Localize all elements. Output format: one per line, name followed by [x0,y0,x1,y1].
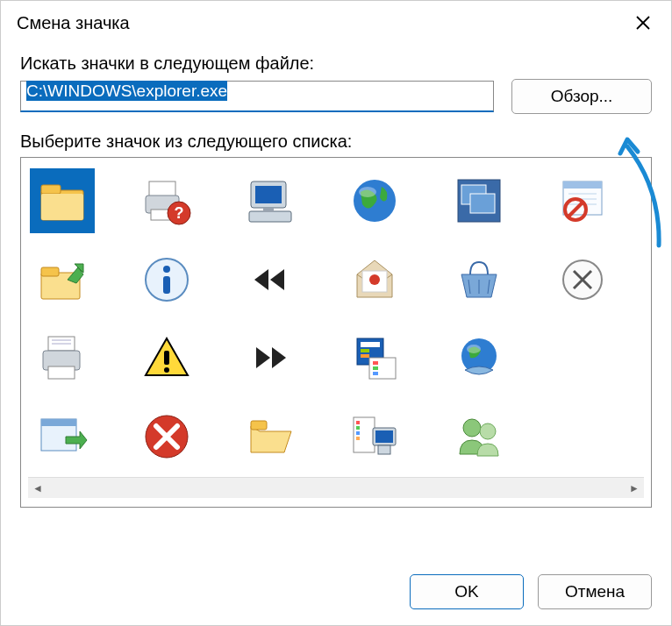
svg-point-29 [163,266,170,273]
svg-rect-20 [563,181,602,189]
icon-item-warning[interactable] [134,325,199,390]
icon-item-close-circle[interactable] [550,247,615,312]
path-input-value: C:\WINDOWS\explorer.exe [26,81,227,101]
svg-rect-63 [356,421,360,424]
globe-network-icon [453,331,505,384]
printer-help-icon: ? [140,174,193,227]
svg-point-45 [164,367,169,373]
eject-window-icon [36,410,89,463]
svg-point-32 [369,274,380,285]
icon-item-empty-2 [550,404,615,469]
mail-open-icon [348,253,401,306]
printer-icon [36,331,89,384]
icon-item-computer-list[interactable] [342,404,407,469]
svg-rect-65 [356,431,360,435]
icon-item-window-blocked[interactable] [550,168,615,233]
svg-rect-68 [375,430,393,443]
svg-rect-4 [41,194,83,220]
close-icon [635,15,651,31]
svg-rect-27 [41,267,59,276]
computer-list-icon [348,410,401,463]
error-icon [140,410,193,463]
browse-button-label: Обзор... [551,87,613,106]
svg-rect-57 [41,419,76,426]
svg-point-70 [463,419,481,437]
icon-item-basket[interactable] [447,247,511,312]
ok-button[interactable]: OK [410,574,524,609]
icon-item-error[interactable] [134,404,199,469]
close-button[interactable] [631,11,655,35]
icon-item-globe-net[interactable] [447,325,511,390]
close-circle-icon [556,253,609,306]
icon-item-empty-1 [550,325,615,390]
svg-rect-30 [163,276,170,294]
icon-item-users[interactable] [447,404,511,469]
cancel-button-label: Отмена [565,582,625,601]
svg-point-55 [467,345,481,353]
svg-rect-3 [41,185,61,194]
svg-text:?: ? [174,204,183,222]
users-icon [453,410,505,463]
icon-item-computer[interactable] [238,168,303,233]
svg-rect-64 [356,426,360,430]
svg-rect-52 [373,366,378,370]
icon-item-rewind[interactable] [238,247,303,312]
globe-icon [348,174,401,227]
icon-path-input[interactable]: C:\WINDOWS\explorer.exe [20,81,494,112]
path-row: C:\WINDOWS\explorer.exe Обзор... [20,79,652,114]
folder-icon [36,174,89,227]
folder-up-icon [36,253,89,306]
icon-item-folder-open[interactable] [238,404,303,469]
icon-item-globe[interactable] [342,168,407,233]
icon-item-folder[interactable] [30,168,95,233]
svg-rect-11 [255,186,282,203]
cancel-button[interactable]: Отмена [538,574,652,609]
svg-rect-43 [48,366,75,379]
horizontal-scrollbar[interactable]: ◄ ► [28,477,644,498]
svg-rect-5 [149,181,175,197]
icon-item-windows-cascade[interactable] [447,168,511,233]
warning-icon [140,331,193,384]
info-icon [140,253,193,306]
change-icon-dialog: Смена значка Искать значки в следующем ф… [0,0,672,626]
svg-rect-44 [164,351,169,365]
svg-rect-53 [373,372,378,375]
svg-rect-61 [251,421,267,430]
svg-rect-12 [249,211,291,222]
scroll-right-arrow-icon[interactable]: ► [626,480,642,496]
icon-list: ? [20,157,652,508]
svg-rect-18 [470,194,495,213]
icon-item-printer-help[interactable]: ? [134,168,199,233]
svg-rect-69 [378,445,390,454]
icon-grid: ? [28,167,644,477]
icon-item-printer[interactable] [30,325,95,390]
svg-rect-66 [356,437,360,440]
svg-point-15 [359,187,376,197]
search-label: Искать значки в следующем файле: [20,53,652,74]
svg-point-71 [480,423,496,439]
rewind-icon [244,253,297,306]
folder-open-icon [244,410,297,463]
dialog-footer: OK Отмена [1,558,671,625]
icon-item-doc-options[interactable] [342,325,407,390]
computer-monitor-icon [244,174,297,227]
scroll-left-arrow-icon[interactable]: ◄ [30,480,46,496]
window-blocked-icon [556,174,609,227]
svg-rect-49 [361,354,369,358]
scrollbar-track[interactable] [49,482,623,494]
svg-rect-51 [373,361,378,365]
icon-item-forward[interactable] [238,325,303,390]
svg-rect-13 [263,208,274,212]
document-options-icon [348,331,401,384]
basket-icon [453,253,505,306]
svg-rect-48 [361,349,369,352]
icon-item-info[interactable] [134,247,199,312]
icon-item-folder-up[interactable] [30,247,95,312]
windows-cascade-icon [453,174,505,227]
titlebar: Смена значка [1,1,671,45]
icon-item-eject-window[interactable] [30,404,95,469]
browse-button[interactable]: Обзор... [511,79,652,114]
icon-item-mail[interactable] [342,247,407,312]
ok-button-label: OK [454,582,478,601]
select-label: Выберите значок из следующего списка: [20,132,652,152]
